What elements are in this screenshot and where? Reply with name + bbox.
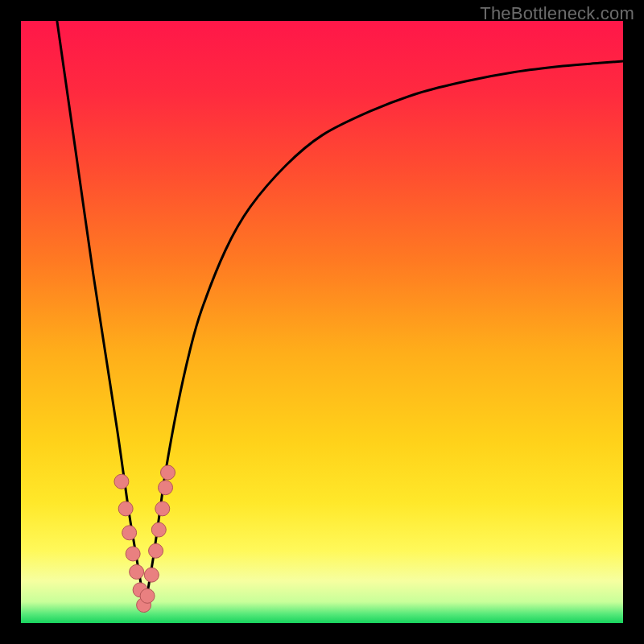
sample-dot <box>159 481 173 495</box>
watermark-text: TheBottleneck.com <box>480 3 634 24</box>
sample-dot <box>161 465 175 480</box>
plot-area <box>21 21 623 623</box>
sample-dot <box>114 474 129 489</box>
sample-dot <box>144 568 159 582</box>
gradient-bg <box>21 21 623 623</box>
sample-dot <box>122 526 137 540</box>
sample-dot <box>126 547 140 561</box>
chart-frame: TheBottleneck.com <box>0 0 644 644</box>
sample-dot <box>149 543 163 558</box>
bottleneck-chart-svg <box>21 21 623 623</box>
sample-dot <box>155 502 170 516</box>
sample-dot <box>151 522 166 537</box>
sample-dot <box>130 564 144 579</box>
sample-dot <box>118 502 133 516</box>
sample-dot <box>140 588 155 603</box>
